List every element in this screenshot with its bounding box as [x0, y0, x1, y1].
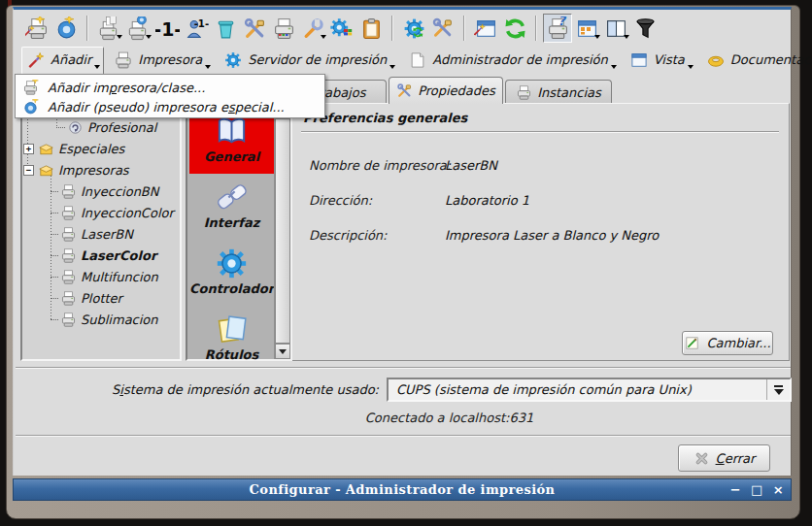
menu-anadir[interactable]: Añadir — [21, 47, 104, 75]
tree-item-laserbn[interactable]: LaserBN — [22, 223, 178, 245]
tree-label: Multifuncion — [81, 270, 158, 284]
menu-label: Añadir — [51, 52, 91, 67]
refresh-button[interactable] — [500, 14, 529, 43]
change-button[interactable]: Cambiar... — [682, 331, 773, 355]
wizard-button[interactable] — [471, 14, 500, 43]
close-window-button[interactable]: × — [773, 483, 784, 496]
description-value: Impresora Laser a Blanco y Negro — [445, 228, 659, 243]
tree-item-lasercolor[interactable]: LaserColor — [22, 245, 178, 266]
quota-button[interactable] — [152, 14, 182, 43]
dropdown-caret-icon — [146, 35, 152, 42]
menu-item-add-special-printer[interactable]: Añadir (pseudo) impresora especial... — [16, 97, 324, 116]
view-layout-button[interactable] — [601, 14, 630, 43]
tree-label: Especiales — [58, 142, 124, 156]
package-icon — [38, 141, 54, 157]
view-icons-button[interactable] — [572, 14, 601, 43]
minimize-button[interactable]: − — [730, 483, 741, 496]
tree-label: Sublimacion — [81, 312, 158, 327]
tree-item-especiales[interactable]: +Especiales — [22, 138, 178, 159]
add-special-printer-button[interactable] — [51, 14, 81, 43]
close-x-icon — [694, 450, 710, 467]
tree-item-inyeccionbn[interactable]: InyeccionBN — [22, 181, 178, 202]
icon-list-item-general[interactable]: General — [189, 112, 274, 174]
printer-icon — [60, 247, 77, 264]
scroll-down-button[interactable] — [275, 344, 290, 359]
filter-button[interactable] — [630, 14, 660, 43]
menu-label: Administrador de impresión — [432, 52, 607, 67]
server-restart-button[interactable] — [399, 14, 428, 43]
menu-item-label: Añadir (pseudo) impresora especial... — [48, 100, 285, 115]
tree-item-profesional[interactable]: Profesional — [22, 116, 178, 138]
print-system-combobox[interactable]: CUPS (sistema de impresión común para Un… — [387, 378, 792, 402]
tree-expander[interactable]: + — [23, 144, 34, 154]
arrow-down-icon — [279, 349, 287, 358]
printer-icon — [60, 312, 77, 328]
connection-status: Conectado a localhost:631 — [14, 411, 793, 425]
dropdown-caret-icon — [624, 35, 629, 42]
icon-list-scrollbar[interactable] — [274, 103, 290, 359]
tree-expander[interactable]: − — [23, 165, 34, 176]
system-configure-button[interactable] — [327, 14, 356, 43]
menu-impresora[interactable]: Impresora — [110, 48, 214, 74]
scrollbar-thumb[interactable] — [275, 118, 290, 344]
tree-connector — [51, 255, 58, 256]
window-controls: − □ × — [730, 479, 784, 500]
icon-list-item-rotulos[interactable]: Rótulos — [189, 310, 274, 372]
printer-class-icon — [67, 119, 84, 136]
document-icon — [408, 50, 427, 70]
documentation-icon — [706, 50, 726, 70]
maximize-button[interactable]: □ — [751, 483, 763, 496]
tree-item-impresoras[interactable]: −Impresoras — [22, 159, 178, 181]
menu-vista[interactable]: Vista — [626, 48, 696, 74]
tree-item-inyeccioncolor[interactable]: InyeccionColor — [22, 202, 178, 223]
window-icon — [629, 50, 649, 70]
menu-servidor[interactable]: Servidor de impresión — [220, 48, 398, 74]
tree-item-plotter[interactable]: Plotter — [22, 287, 178, 309]
printer-queue-button[interactable] — [123, 14, 152, 43]
menu-label: Vista — [654, 52, 685, 67]
window-titlebar[interactable]: Configurar - Administrador de impresión … — [13, 478, 792, 501]
icon-list-item-interfaz[interactable]: Interfaz — [189, 178, 274, 240]
add-printer-icon — [22, 80, 39, 96]
close-button[interactable]: Cerrar — [678, 444, 770, 472]
connector-icon — [214, 180, 250, 215]
separator — [16, 367, 791, 369]
tree-connector — [51, 234, 58, 235]
server-configure-button[interactable] — [428, 14, 457, 43]
combo-arrow-button[interactable] — [766, 379, 790, 400]
separator — [16, 435, 791, 437]
wand-icon — [26, 50, 46, 70]
tab-propiedades[interactable]: Propiedades — [389, 77, 503, 104]
user-quota-button[interactable] — [182, 14, 211, 43]
printer-configure-button[interactable] — [298, 14, 327, 43]
printer-info-toggle[interactable] — [543, 14, 572, 43]
combo-arrow-icon — [774, 385, 783, 387]
tree-item-multifuncion[interactable]: Multifuncion — [22, 266, 178, 287]
icon-list-item-controlador[interactable]: Controlador — [189, 244, 274, 306]
dropdown-caret-icon — [594, 35, 600, 42]
tree-connector — [51, 319, 58, 320]
tree-connector — [51, 213, 58, 214]
menu-administrador[interactable]: Administrador de impresión — [404, 48, 619, 74]
toolbar-separator — [86, 16, 88, 41]
toolbar — [14, 10, 791, 47]
icon-list-label: Controlador — [189, 281, 274, 296]
printer-tools-button[interactable] — [240, 14, 269, 43]
add-printer-button[interactable] — [22, 14, 51, 43]
location-value: Laboratorio 1 — [445, 193, 529, 208]
gear-icon — [223, 50, 243, 70]
menu-documentacion[interactable]: Documentación — [702, 48, 812, 74]
print-system-value: CUPS (sistema de impresión común para Un… — [389, 382, 766, 397]
printer-icon — [114, 50, 133, 70]
print-documents-button[interactable] — [94, 14, 123, 43]
test-page-button[interactable] — [269, 14, 298, 43]
report-button[interactable] — [356, 14, 386, 43]
tree-item-sublimacion[interactable]: Sublimacion — [22, 309, 178, 330]
remove-printer-button[interactable] — [211, 14, 240, 43]
tab-instancias[interactable]: Instancias — [505, 80, 612, 104]
tab-label: Instancias — [537, 85, 601, 100]
menu-caret-icon — [611, 65, 617, 72]
menu-item-add-printer[interactable]: Añadir impresora/clase... — [16, 78, 324, 97]
menu-label: Servidor de impresión — [248, 52, 387, 67]
icon-list-label: General — [204, 149, 259, 164]
